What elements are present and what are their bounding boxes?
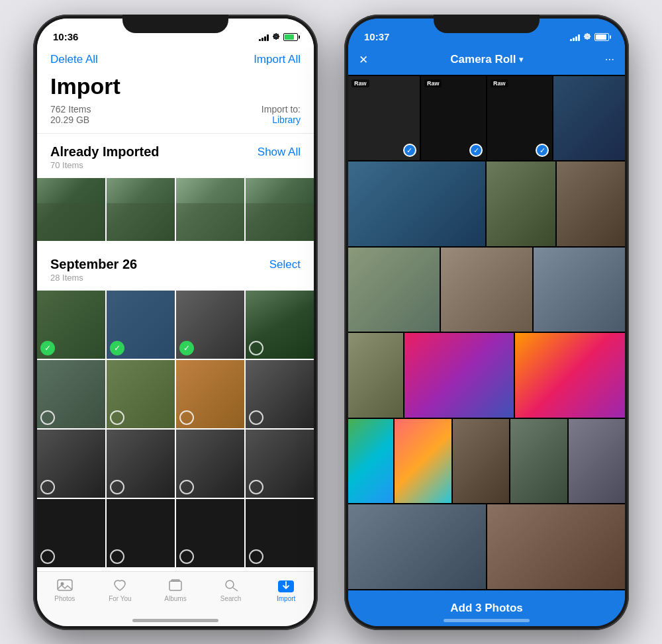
cr-cell[interactable] [404,333,514,418]
cr-cell[interactable] [510,419,567,504]
grid-cell[interactable] [37,360,105,428]
grid-cell[interactable] [246,430,314,498]
grid-cell[interactable] [176,499,244,567]
import-toolbar: Delete All Import All [37,48,314,74]
items-size: 20.29 GB [50,115,91,125]
tab-label-for-you: For You [109,595,131,602]
show-all-button[interactable]: Show All [258,146,301,159]
check-empty [110,480,124,494]
cr-cell[interactable] [453,419,509,504]
more-button[interactable]: ··· [605,53,614,66]
chevron-icon: ▾ [519,55,523,64]
select-button[interactable]: Select [269,258,301,271]
tab-label-import: Import [277,595,295,602]
grid-cell[interactable] [246,499,314,567]
left-phone: 10:36 ☸ Delete All Import A [33,15,318,630]
grid-cell[interactable] [107,499,175,567]
cr-check: ✓ [403,144,416,157]
screen-left: 10:36 ☸ Delete All Import A [37,19,314,626]
cr-cell[interactable] [515,333,625,418]
check-badge: ✓ [110,341,124,355]
grid-cell[interactable]: ✓ [176,291,244,359]
check-badge: ✓ [40,341,55,355]
home-indicator-left [132,619,218,622]
grid-cell[interactable] [176,360,244,428]
cr-row-6 [348,504,625,589]
right-phone: 10:37 ☸ ✕ Camera [344,15,629,630]
cr-cell[interactable] [348,248,440,332]
notch [122,15,228,33]
cr-cell[interactable] [441,248,532,332]
import-to-value[interactable]: Library [261,115,301,125]
cr-cell[interactable] [557,161,626,246]
tab-for-you[interactable]: For You [93,577,148,602]
tab-photos[interactable]: Photos [37,577,93,602]
check-empty [249,410,263,425]
sep26-subtitle: 28 Items [50,273,137,283]
cr-cell[interactable]: Raw ✓ [421,76,486,161]
grid-cell[interactable] [176,430,244,498]
cr-cell[interactable] [348,504,486,589]
grid-cell[interactable] [107,430,175,498]
add-photos-button[interactable]: Add 3 Photos [450,602,523,615]
grid-cell[interactable] [107,360,175,428]
svg-rect-2 [169,581,181,590]
albums-icon [166,577,185,593]
check-empty [179,549,194,564]
grid-cell[interactable] [37,499,105,567]
cr-cell[interactable] [348,333,403,418]
cr-row-1: Raw ✓ Raw ✓ Raw ✓ [348,76,625,161]
import-all-button[interactable]: Import All [254,53,301,66]
thumb-1 [37,178,105,241]
signal-icon-right [570,33,580,41]
cr-cell[interactable] [348,419,393,504]
wifi-icon: ☸ [272,32,280,42]
status-icons-left: ☸ [259,32,298,42]
items-count: 762 Items [50,104,91,115]
battery-icon [283,33,298,41]
tab-albums[interactable]: Albums [148,577,203,602]
check-badge: ✓ [179,341,194,355]
grid-cell[interactable] [246,360,314,428]
delete-all-button[interactable]: Delete All [50,53,98,66]
already-imported-header: Already Imported 70 Items Show All [37,134,314,173]
import-scroll: Already Imported 70 Items Show All Septe… [37,134,314,571]
close-button[interactable]: ✕ [359,53,368,67]
cr-cell[interactable] [348,161,485,246]
import-title: Import [50,74,301,99]
camera-roll-title: Camera Roll ▾ [450,53,522,66]
status-icons-right: ☸ [570,32,609,42]
cr-row-3 [348,248,625,332]
tab-import[interactable]: Import [258,577,314,602]
cr-cell[interactable] [487,504,625,589]
grid-cell[interactable] [37,430,105,498]
cr-cell[interactable]: Raw ✓ [348,76,420,161]
thumb-4 [246,178,314,241]
tab-bar: Photos For You [37,571,314,626]
battery-icon-right [594,33,609,41]
cr-cell[interactable] [395,419,451,504]
cr-row-4 [348,333,625,418]
check-empty [110,410,124,425]
cr-cell[interactable] [487,161,555,246]
grid-cell[interactable]: ✓ [37,291,105,359]
import-title-section: Import 762 Items 20.29 GB Import to: Lib… [37,74,314,134]
tab-search[interactable]: Search [203,577,259,602]
grid-cell[interactable]: ✓ [107,291,175,359]
cr-cell[interactable] [534,248,625,332]
wifi-icon-right: ☸ [583,32,591,42]
thumb-2 [107,178,175,241]
cr-cell[interactable] [569,419,625,504]
cr-cell[interactable] [553,76,625,161]
cr-cell[interactable]: Raw ✓ [487,76,552,161]
tab-label-photos: Photos [54,595,75,602]
import-icon [277,577,295,593]
raw-badge: Raw [352,79,369,87]
grid-cell[interactable] [246,291,314,359]
photos-icon [56,577,74,593]
sep26-title: September 26 [50,257,137,272]
sep26-grid: ✓ ✓ ✓ [37,285,314,571]
notch-right [434,15,540,33]
raw-badge: Raw [491,79,508,87]
already-imported-photos [37,173,314,246]
